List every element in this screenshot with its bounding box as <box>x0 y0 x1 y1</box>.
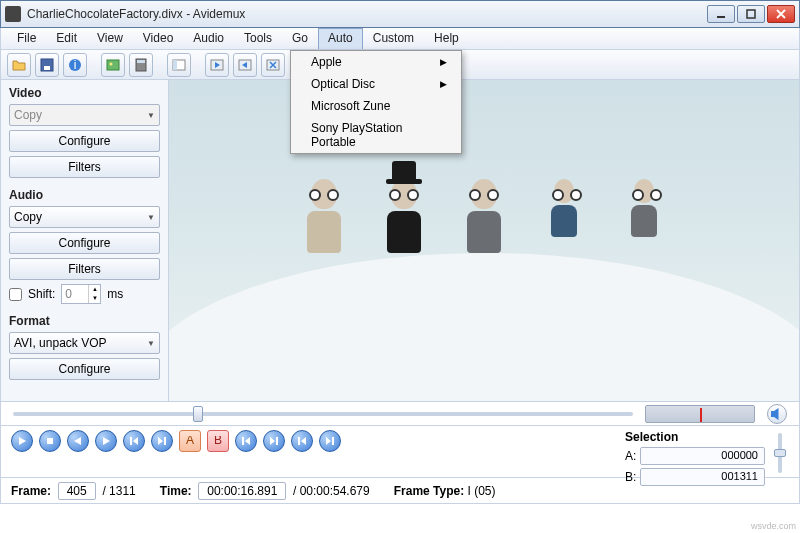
open-icon[interactable] <box>7 53 31 77</box>
shift-spinner[interactable]: 0▲▼ <box>61 284 101 304</box>
svg-point-7 <box>110 62 113 65</box>
chevron-down-icon: ▼ <box>147 339 155 348</box>
menu-audio[interactable]: Audio <box>183 28 234 49</box>
next-keyframe-button[interactable] <box>151 430 173 452</box>
svg-rect-9 <box>137 60 145 63</box>
svg-rect-23 <box>332 437 334 445</box>
calculator-icon[interactable] <box>129 53 153 77</box>
menu-view[interactable]: View <box>87 28 133 49</box>
time-label: Time: <box>160 484 192 498</box>
video-section: Video Copy▼ Configure Filters <box>9 86 160 178</box>
last-frame-button[interactable] <box>319 430 341 452</box>
first-frame-button[interactable] <box>291 430 313 452</box>
app-icon <box>5 6 21 22</box>
video-preview <box>169 80 799 401</box>
svg-rect-11 <box>173 60 177 70</box>
format-select[interactable]: AVI, unpack VOP▼ <box>9 332 160 354</box>
shift-unit: ms <box>107 287 123 301</box>
timeline-thumb[interactable] <box>193 406 203 422</box>
timeline-slider[interactable] <box>13 412 633 416</box>
window-title: CharlieChocolateFactory.divx - Avidemux <box>27 7 707 21</box>
menu-custom[interactable]: Custom <box>363 28 424 49</box>
format-section: Format AVI, unpack VOP▼ Configure <box>9 314 160 380</box>
svg-rect-17 <box>164 437 166 445</box>
selection-a-value[interactable]: 000000 <box>640 447 765 465</box>
time-total: / 00:00:54.679 <box>293 484 370 498</box>
time-current[interactable]: 00:00:16.891 <box>198 482 286 500</box>
menu-go[interactable]: Go <box>282 28 318 49</box>
auto-menu-psp[interactable]: Sony PlayStation Portable <box>291 117 461 153</box>
format-configure-button[interactable]: Configure <box>9 358 160 380</box>
close-button[interactable] <box>767 5 795 23</box>
svg-rect-1 <box>747 10 755 18</box>
svg-text:A: A <box>186 436 194 446</box>
playback-controls: A B <box>11 430 625 477</box>
svg-rect-15 <box>47 438 53 444</box>
menu-help[interactable]: Help <box>424 28 469 49</box>
volume-slider[interactable] <box>771 430 789 476</box>
frametype-value: I (05) <box>468 484 496 498</box>
selection-b-value[interactable]: 001311 <box>640 468 765 486</box>
svg-rect-0 <box>717 16 725 18</box>
next-black-frame-button[interactable] <box>263 430 285 452</box>
stop-button[interactable] <box>39 430 61 452</box>
auto-menu-optical-disc[interactable]: Optical Disc▶ <box>291 73 461 95</box>
picture-icon[interactable] <box>101 53 125 77</box>
prev-black-frame-button[interactable] <box>235 430 257 452</box>
video-label: Video <box>9 86 160 100</box>
minimize-button[interactable] <box>707 5 735 23</box>
save-icon[interactable] <box>35 53 59 77</box>
frame-total: / 1311 <box>102 484 135 498</box>
frame-current[interactable]: 405 <box>58 482 96 500</box>
svg-text:B: B <box>214 436 222 446</box>
title-bar: CharlieChocolateFactory.divx - Avidemux <box>0 0 800 28</box>
audio-configure-button[interactable]: Configure <box>9 232 160 254</box>
video-codec-select[interactable]: Copy▼ <box>9 104 160 126</box>
panel-icon[interactable] <box>167 53 191 77</box>
maximize-button[interactable] <box>737 5 765 23</box>
menu-auto[interactable]: Auto <box>318 28 363 49</box>
menu-edit[interactable]: Edit <box>46 28 87 49</box>
menu-bar: File Edit View Video Audio Tools Go Auto… <box>0 28 800 50</box>
prev-keyframe-button[interactable] <box>123 430 145 452</box>
shift-label: Shift: <box>28 287 55 301</box>
auto-menu-dropdown: Apple▶ Optical Disc▶ Microsoft Zune Sony… <box>290 50 462 154</box>
controls-row: A B Selection A:000000 B:001311 <box>0 426 800 478</box>
sidebar: Video Copy▼ Configure Filters Audio Copy… <box>1 80 169 401</box>
auto-menu-zune[interactable]: Microsoft Zune <box>291 95 461 117</box>
svg-rect-21 <box>276 437 278 445</box>
play-button[interactable] <box>11 430 33 452</box>
audio-codec-select[interactable]: Copy▼ <box>9 206 160 228</box>
menu-tools[interactable]: Tools <box>234 28 282 49</box>
format-label: Format <box>9 314 160 328</box>
set-marker-b-button[interactable]: B <box>207 430 229 452</box>
submenu-arrow-icon: ▶ <box>440 79 447 89</box>
cut-icon[interactable] <box>261 53 285 77</box>
window-controls <box>707 5 795 23</box>
svg-rect-22 <box>298 437 300 445</box>
next-frame-button[interactable] <box>95 430 117 452</box>
svg-rect-20 <box>242 437 244 445</box>
seek-a-icon[interactable] <box>205 53 229 77</box>
scrub-wheel[interactable] <box>645 405 755 423</box>
selection-title: Selection <box>625 430 765 444</box>
auto-menu-apple[interactable]: Apple▶ <box>291 51 461 73</box>
volume-icon[interactable] <box>767 404 787 424</box>
selection-b-label: B: <box>625 470 636 484</box>
set-marker-a-button[interactable]: A <box>179 430 201 452</box>
prev-frame-button[interactable] <box>67 430 89 452</box>
chevron-down-icon: ▼ <box>147 111 155 120</box>
menu-file[interactable]: File <box>7 28 46 49</box>
frametype-label: Frame Type: <box>394 484 464 498</box>
shift-checkbox[interactable] <box>9 288 22 301</box>
svg-rect-16 <box>130 437 132 445</box>
audio-shift-row: Shift: 0▲▼ ms <box>9 284 160 304</box>
menu-video[interactable]: Video <box>133 28 183 49</box>
submenu-arrow-icon: ▶ <box>440 57 447 67</box>
video-configure-button[interactable]: Configure <box>9 130 160 152</box>
seek-b-icon[interactable] <box>233 53 257 77</box>
audio-filters-button[interactable]: Filters <box>9 258 160 280</box>
svg-text:i: i <box>74 58 77 72</box>
info-icon[interactable]: i <box>63 53 87 77</box>
video-filters-button[interactable]: Filters <box>9 156 160 178</box>
